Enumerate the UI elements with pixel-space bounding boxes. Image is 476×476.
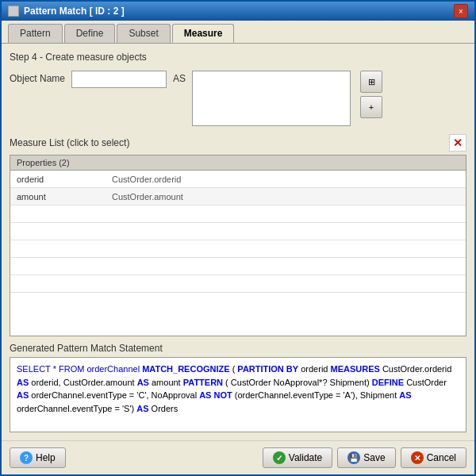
- footer: ? Help ✓ Validate 💾 Save ✕ Cancel: [2, 440, 474, 474]
- object-name-label: Object Name: [10, 71, 65, 84]
- sql-match: MATCH_RECOGNIZE: [142, 364, 229, 374]
- tab-measure[interactable]: Measure: [172, 24, 235, 43]
- validate-icon: ✓: [273, 451, 286, 464]
- table-row[interactable]: amount CustOrder.amount: [10, 188, 466, 205]
- cancel-icon: ✕: [411, 451, 424, 464]
- empty-row: [10, 258, 466, 275]
- cancel-button[interactable]: ✕ Cancel: [401, 447, 466, 468]
- tab-bar: Pattern Define Subset Measure: [2, 21, 474, 43]
- sql-as3: AS: [17, 390, 29, 400]
- sql-cond2: (orderChannel.eventType = 'A'), Shipment: [235, 390, 400, 400]
- measure-list-label: Measure List (click to select): [10, 137, 129, 148]
- sql-as5: AS: [399, 390, 411, 400]
- empty-row: [10, 223, 466, 240]
- sql-as1: AS: [17, 378, 29, 387]
- title-bar-left: Pattern Match [ ID : 2 ]: [8, 6, 125, 17]
- generated-label: Generated Pattern Match Statement: [10, 343, 466, 354]
- generated-sql-box: SELECT * FROM orderChannel MATCH_RECOGNI…: [10, 357, 466, 432]
- tab-pattern[interactable]: Pattern: [8, 24, 63, 43]
- close-button[interactable]: ×: [454, 4, 468, 18]
- object-name-input[interactable]: [71, 71, 167, 88]
- window-title: Pattern Match [ ID : 2 ]: [24, 6, 125, 17]
- as-label: AS: [173, 71, 186, 84]
- content-area: Step 4 - Create measure objects Object N…: [2, 43, 474, 440]
- sql-as2: AS: [137, 378, 149, 387]
- validate-button[interactable]: ✓ Validate: [263, 447, 332, 468]
- save-icon: 💾: [347, 451, 360, 464]
- measure-list-header: Measure List (click to select) ✕: [10, 134, 466, 152]
- add-icon: +: [369, 102, 374, 112]
- sql-cond3: orderChannel.eventType = 'S'): [17, 404, 136, 413]
- sql-not-kw: NOT: [213, 390, 232, 400]
- build-expression-button[interactable]: ⊞: [360, 71, 382, 93]
- sql-measures: MEASURES: [331, 364, 380, 374]
- tab-define[interactable]: Define: [64, 24, 116, 43]
- tab-subset[interactable]: Subset: [117, 24, 170, 43]
- table-header: Properties (2): [10, 155, 466, 171]
- sql-orderid: orderid: [301, 364, 330, 374]
- sql-define-content: CustOrder: [406, 378, 447, 387]
- save-label: Save: [363, 452, 385, 463]
- sql-as6: AS: [136, 404, 148, 413]
- sql-select: SELECT * FROM orderChannel: [17, 364, 142, 374]
- save-button[interactable]: 💾 Save: [337, 447, 395, 468]
- sql-amount: amount: [152, 378, 183, 387]
- empty-row: [10, 205, 466, 223]
- empty-row: [10, 275, 466, 293]
- object-name-row: Object Name AS ⊞ +: [10, 71, 466, 126]
- row-2-value: CustOrder.amount: [106, 190, 466, 203]
- measure-table[interactable]: Properties (2) orderid CustOrder.orderid…: [10, 155, 466, 336]
- footer-right: ✓ Validate 💾 Save ✕ Cancel: [263, 447, 466, 468]
- sql-pattern-content: ( CustOrder NoApproval*? Shipment): [225, 378, 372, 387]
- cancel-label: Cancel: [427, 452, 456, 463]
- sql-define: DEFINE: [372, 378, 404, 387]
- window: Pattern Match [ ID : 2 ] × Pattern Defin…: [0, 0, 476, 476]
- empty-row: [10, 240, 466, 258]
- expression-textarea[interactable]: [192, 71, 351, 126]
- row-1-value: CustOrder.orderid: [106, 173, 466, 186]
- row-1-name: orderid: [10, 173, 106, 186]
- help-icon: ?: [20, 451, 33, 464]
- delete-measure-button[interactable]: ✕: [449, 134, 466, 152]
- window-icon: [8, 6, 19, 17]
- sql-as4: AS: [199, 390, 211, 400]
- action-buttons: ⊞ +: [360, 71, 382, 118]
- title-bar: Pattern Match [ ID : 2 ] ×: [2, 2, 474, 21]
- table-row[interactable]: orderid CustOrder.orderid: [10, 171, 466, 188]
- sql-orderid2: orderid, CustOrder.amount: [31, 378, 136, 387]
- sql-measures-content: CustOrder.orderid: [382, 364, 451, 374]
- row-2-name: amount: [10, 190, 106, 203]
- sql-pattern: PATTERN: [183, 378, 223, 387]
- add-measure-button[interactable]: +: [360, 96, 382, 118]
- help-label: Help: [36, 452, 56, 463]
- step-label: Step 4 - Create measure objects: [10, 52, 466, 63]
- sql-cond1: orderChannel.eventType = 'C', NoApproval: [31, 390, 199, 400]
- validate-label: Validate: [289, 452, 322, 463]
- help-button[interactable]: ? Help: [10, 447, 66, 468]
- build-icon: ⊞: [368, 77, 375, 87]
- generated-section: Generated Pattern Match Statement SELECT…: [10, 343, 466, 432]
- sql-orders: Orders: [152, 404, 178, 413]
- sql-partition: PARTITION BY: [237, 364, 298, 374]
- delete-icon: ✕: [453, 136, 463, 149]
